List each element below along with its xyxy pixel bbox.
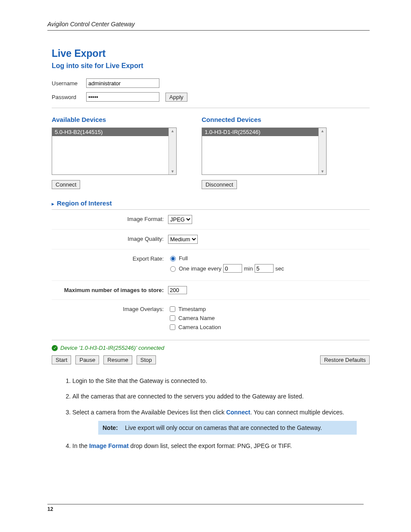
image-overlays-label: Image Overlays: xyxy=(56,305,168,312)
stop-button[interactable]: Stop xyxy=(137,355,156,364)
divider xyxy=(52,340,370,340)
step-3: Select a camera from the Available Devic… xyxy=(72,408,370,435)
password-label: Password xyxy=(52,94,86,100)
note-box: Note: Live export will only occur on cam… xyxy=(98,421,357,435)
scrollbar[interactable]: ▲▼ xyxy=(168,128,176,174)
scrollbar[interactable]: ▲▼ xyxy=(318,128,326,174)
available-devices-heading: Available Devices xyxy=(52,116,177,123)
step-2: All the cameras that are connected to th… xyxy=(72,392,370,401)
step-1: Login to the Site that the Gateway is co… xyxy=(72,376,370,385)
overlay-timestamp-label: Timestamp xyxy=(178,306,206,312)
overlay-camera-location-label: Camera Location xyxy=(178,324,221,330)
status-text: Device '1.0-H3-D1-IR(255246)' connected xyxy=(60,345,164,351)
page-number: 12 xyxy=(47,504,364,512)
scroll-down-icon[interactable]: ▼ xyxy=(321,168,324,174)
export-rate-full-label: Full xyxy=(179,255,188,261)
list-item[interactable]: 1.0-H3-D1-IR(255246) xyxy=(202,128,318,136)
export-rate-full-radio[interactable] xyxy=(170,256,176,261)
export-rate-interval-label: One image every xyxy=(179,265,221,272)
scroll-up-icon[interactable]: ▲ xyxy=(171,128,174,134)
page-title: Live Export xyxy=(52,48,370,59)
min-unit: min xyxy=(244,265,253,272)
list-item[interactable]: 5.0-H3-B2(144515) xyxy=(52,128,168,136)
region-of-interest-toggle[interactable]: Region of Interest xyxy=(52,199,370,207)
username-input[interactable] xyxy=(86,78,159,88)
interval-sec-input[interactable] xyxy=(255,264,274,273)
overlay-camera-name-label: Camera Name xyxy=(178,315,215,321)
apply-button[interactable]: Apply xyxy=(165,93,187,102)
connect-button[interactable]: Connect xyxy=(52,180,80,189)
sec-unit: sec xyxy=(275,265,284,272)
max-images-input[interactable] xyxy=(168,286,187,294)
note-label: Note: xyxy=(103,423,125,432)
scroll-up-icon[interactable]: ▲ xyxy=(321,128,324,134)
connect-keyword: Connect xyxy=(226,409,250,416)
check-icon: ✓ xyxy=(52,345,58,351)
connected-devices-list[interactable]: 1.0-H3-D1-IR(255246) ▲▼ xyxy=(202,128,327,175)
export-rate-interval-radio[interactable] xyxy=(170,266,176,272)
export-rate-label: Export Rate: xyxy=(56,255,168,262)
overlay-camera-name-checkbox[interactable] xyxy=(170,315,175,321)
available-devices-list[interactable]: 5.0-H3-B2(144515) ▲▼ xyxy=(52,128,177,175)
password-input[interactable] xyxy=(86,92,159,102)
image-quality-select[interactable]: Medium xyxy=(168,235,198,244)
overlay-camera-location-checkbox[interactable] xyxy=(170,324,175,330)
username-label: Username xyxy=(52,80,86,87)
note-text: Live export will only occur on cameras t… xyxy=(125,423,322,432)
restore-defaults-button[interactable]: Restore Defaults xyxy=(320,355,370,364)
image-format-keyword: Image Format xyxy=(89,442,129,449)
doc-header: Avigilon Control Center Gateway xyxy=(47,21,370,31)
connected-devices-heading: Connected Devices xyxy=(202,116,327,123)
step-4: In the Image Format drop down list, sele… xyxy=(72,442,370,450)
scroll-down-icon[interactable]: ▼ xyxy=(171,168,174,174)
image-format-label: Image Format: xyxy=(56,215,168,222)
start-button[interactable]: Start xyxy=(52,355,71,364)
image-quality-label: Image Quality: xyxy=(56,235,168,242)
disconnect-button[interactable]: Disconnect xyxy=(202,180,237,189)
interval-min-input[interactable] xyxy=(223,264,242,273)
overlay-timestamp-checkbox[interactable] xyxy=(170,306,175,312)
resume-button[interactable]: Resume xyxy=(103,355,132,364)
pause-button[interactable]: Pause xyxy=(75,355,99,364)
image-format-select[interactable]: JPEG xyxy=(168,215,192,224)
max-images-label: Maximum number of images to store: xyxy=(56,286,168,293)
login-heading: Log into site for Live Export xyxy=(52,62,370,70)
divider xyxy=(52,108,370,108)
